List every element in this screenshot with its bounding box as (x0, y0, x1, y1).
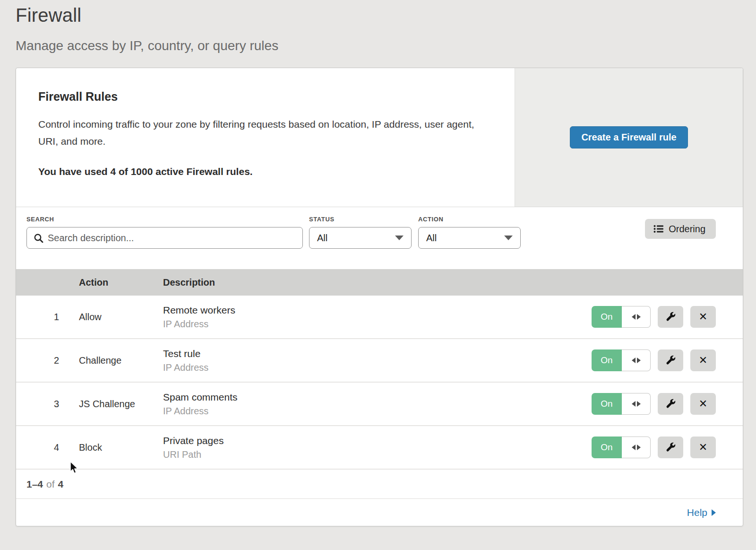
delete-rule-button[interactable]: ✕ (690, 306, 716, 328)
pagination-bar: 1–4 of 4 (16, 470, 743, 499)
usage-summary: You have used 4 of 1000 active Firewall … (38, 166, 486, 177)
rule-description: Test rule (163, 348, 592, 359)
rule-action: Allow (79, 312, 163, 323)
action-selected-value: All (426, 233, 437, 244)
page-header: Firewall Manage access by IP, country, o… (0, 0, 756, 53)
firewall-rules-card: Firewall Rules Control incoming traffic … (16, 68, 743, 526)
wrench-icon (665, 398, 676, 410)
toggle-on-segment[interactable]: On (592, 349, 622, 371)
search-input[interactable] (27, 227, 302, 248)
close-icon: ✕ (699, 442, 707, 453)
chevron-down-icon (504, 236, 513, 240)
rule-enabled-toggle[interactable]: On (592, 393, 651, 415)
rule-priority: 1 (16, 312, 79, 323)
intro-text-block: Firewall Rules Control incoming traffic … (16, 68, 515, 207)
section-description: Control incoming traffic to your zone by… (38, 116, 486, 150)
ordering-button[interactable]: Ordering (645, 219, 716, 239)
edit-rule-button[interactable] (658, 393, 683, 415)
toggle-handle-segment[interactable] (622, 349, 651, 371)
rule-description-cell: Remote workers IP Address (163, 305, 592, 330)
table-row: 4 Block Private pages URI Path On (16, 426, 743, 470)
wrench-icon (665, 355, 676, 366)
toggle-handle-segment[interactable] (622, 393, 651, 415)
toggle-on-segment[interactable]: On (592, 306, 622, 328)
table-row: 2 Challenge Test rule IP Address On (16, 339, 743, 383)
edit-rule-button[interactable] (658, 349, 683, 371)
rule-priority: 4 (16, 442, 79, 453)
close-icon: ✕ (699, 355, 707, 366)
close-icon: ✕ (699, 312, 707, 322)
rule-match-type: IP Address (163, 362, 592, 373)
arrow-right-icon (637, 401, 641, 407)
rule-match-type: IP Address (163, 319, 592, 330)
rule-action: Challenge (79, 355, 163, 366)
arrow-right-icon (637, 445, 641, 450)
list-icon (653, 224, 664, 234)
page-subtitle: Manage access by IP, country, or query r… (16, 38, 756, 53)
rule-enabled-toggle[interactable]: On (592, 437, 651, 458)
arrow-right-icon (637, 358, 641, 363)
status-label: STATUS (309, 216, 412, 223)
toggle-handle-segment[interactable] (622, 306, 651, 328)
rule-controls: On ✕ (592, 306, 743, 328)
pagination-of: of (46, 479, 55, 490)
section-heading: Firewall Rules (38, 90, 486, 104)
action-filter-group: ACTION All (418, 216, 521, 249)
rule-controls: On ✕ (592, 393, 743, 415)
rule-priority: 2 (16, 355, 79, 366)
toggle-on-segment[interactable]: On (592, 437, 622, 458)
rule-match-type: IP Address (163, 406, 592, 417)
pagination-range: 1–4 (26, 479, 43, 490)
status-selected-value: All (317, 233, 327, 244)
rule-description: Remote workers (163, 305, 592, 316)
status-filter-group: STATUS All (309, 216, 412, 249)
arrow-left-icon (632, 314, 636, 320)
action-column-header: Action (79, 277, 163, 288)
delete-rule-button[interactable]: ✕ (690, 393, 716, 415)
action-label: ACTION (418, 216, 521, 223)
search-filter-group: SEARCH (26, 216, 303, 249)
rule-enabled-toggle[interactable]: On (592, 306, 651, 328)
close-icon: ✕ (699, 399, 707, 409)
help-link-label: Help (687, 507, 707, 518)
search-box (26, 227, 303, 249)
toggle-on-segment[interactable]: On (592, 393, 622, 415)
pagination-total: 4 (58, 479, 64, 490)
delete-rule-button[interactable]: ✕ (690, 437, 716, 458)
chevron-down-icon (395, 236, 404, 240)
delete-rule-button[interactable]: ✕ (690, 349, 716, 371)
rule-description-cell: Spam comments IP Address (163, 392, 592, 417)
search-icon (34, 233, 44, 244)
rule-action: JS Challenge (79, 399, 163, 410)
action-select[interactable]: All (418, 227, 521, 249)
edit-rule-button[interactable] (658, 437, 683, 458)
rule-description: Spam comments (163, 392, 592, 403)
rule-description: Private pages (163, 435, 592, 446)
arrow-left-icon (632, 401, 636, 407)
create-firewall-rule-button[interactable]: Create a Firewall rule (570, 126, 687, 148)
search-label: SEARCH (26, 216, 303, 223)
intro-section: Firewall Rules Control incoming traffic … (16, 68, 743, 207)
edit-rule-button[interactable] (658, 306, 683, 328)
rule-controls: On ✕ (592, 349, 743, 371)
table-header-row: Action Description (16, 269, 743, 296)
ordering-button-label: Ordering (669, 224, 705, 235)
rule-match-type: URI Path (163, 449, 592, 460)
table-body: 1 Allow Remote workers IP Address On (16, 296, 743, 470)
status-select[interactable]: All (309, 227, 412, 249)
toggle-handle-segment[interactable] (622, 437, 651, 458)
rule-priority: 3 (16, 399, 79, 410)
description-column-header: Description (163, 277, 592, 288)
rule-action: Block (79, 442, 163, 453)
arrow-left-icon (632, 358, 636, 363)
arrow-right-icon (637, 314, 641, 320)
rule-enabled-toggle[interactable]: On (592, 349, 651, 371)
rule-description-cell: Private pages URI Path (163, 435, 592, 460)
table-row: 3 JS Challenge Spam comments IP Address … (16, 383, 743, 426)
help-link[interactable]: Help (687, 507, 716, 518)
help-bar: Help (16, 499, 743, 526)
create-rule-panel: Create a Firewall rule (515, 68, 743, 207)
page-title: Firewall (16, 5, 756, 26)
table-row: 1 Allow Remote workers IP Address On (16, 296, 743, 339)
arrow-right-icon (712, 509, 716, 516)
